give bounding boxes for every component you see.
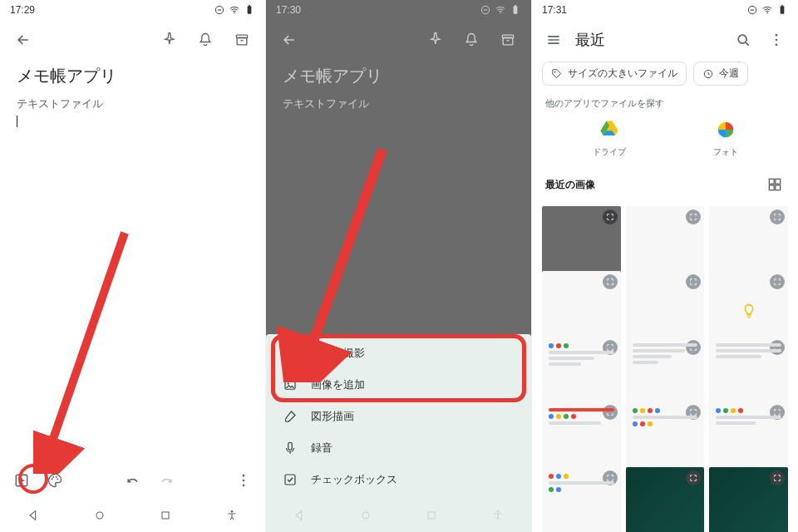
expand-icon [773, 213, 781, 221]
nav-home[interactable] [83, 499, 116, 532]
thumb[interactable] [542, 467, 621, 532]
thumb[interactable] [626, 467, 705, 532]
action-bar [0, 20, 265, 60]
more-button[interactable] [760, 23, 793, 57]
tag-icon [551, 68, 563, 80]
checkbox-icon [283, 472, 298, 487]
redo-button[interactable] [150, 464, 183, 497]
reminder-button[interactable] [455, 23, 488, 57]
back-button[interactable] [7, 23, 40, 57]
expand-button[interactable] [770, 209, 785, 224]
menu-button[interactable] [537, 23, 570, 57]
photos-icon [714, 118, 737, 141]
expand-button[interactable] [686, 274, 701, 289]
picker-title: 最近 [575, 30, 605, 50]
note-body[interactable]: メモ帳アプリ テキストファイル [0, 60, 265, 462]
picker-header: 最近 [532, 20, 798, 60]
chip-large-files[interactable]: サイズの大きいファイル [542, 62, 687, 86]
thumb[interactable] [709, 467, 788, 532]
status-icons [480, 4, 521, 16]
nav-back-icon [27, 509, 40, 522]
app-label: フォト [713, 146, 738, 158]
section-row: 最近の画像 [532, 168, 798, 201]
nav-recent[interactable] [149, 499, 182, 532]
nav-a11y[interactable] [215, 499, 249, 532]
battery-icon [244, 4, 255, 16]
sheet-checkbox[interactable]: チェックボックス [266, 464, 531, 495]
expand-button[interactable] [603, 209, 618, 224]
archive-button[interactable] [225, 23, 259, 57]
a11y-icon [491, 509, 505, 522]
image-grid[interactable] [532, 201, 798, 532]
note-title[interactable]: メモ帳アプリ [17, 65, 249, 87]
expand-icon [689, 278, 697, 286]
sheet-drawing[interactable]: 図形描画 [266, 401, 531, 432]
nav-a11y[interactable] [481, 499, 515, 532]
expand-icon [689, 474, 697, 482]
expand-button[interactable] [686, 209, 701, 224]
expand-icon [606, 213, 614, 221]
sheet-recording[interactable]: 録音 [266, 432, 531, 464]
search-icon [735, 32, 751, 48]
chip-label: サイズの大きいファイル [568, 66, 677, 81]
sheet-label: 録音 [311, 441, 332, 456]
arrow-back-icon [15, 32, 32, 48]
more-icon [768, 32, 785, 48]
note-text[interactable]: テキストファイル [17, 96, 249, 131]
pin-icon [426, 32, 443, 48]
search-button[interactable] [727, 23, 760, 57]
expand-button[interactable] [686, 470, 701, 485]
nav-bar [0, 499, 265, 532]
phone-3: 17:31 最近 サイズの大きいファイル 今週 他のアプリでファイル [532, 0, 798, 532]
redo-icon [158, 472, 175, 489]
nav-back[interactable] [283, 499, 316, 532]
nav-back-icon [293, 509, 306, 522]
mic-icon [283, 441, 298, 456]
pin-button[interactable] [418, 23, 451, 57]
back-button[interactable] [273, 23, 306, 57]
arrow-back-icon [281, 32, 298, 48]
pin-icon [160, 32, 177, 48]
nav-recent-icon [159, 509, 172, 522]
dnd-icon [480, 4, 491, 16]
app-drive[interactable]: ドライブ [593, 118, 626, 158]
status-bar: 17:29 [0, 0, 265, 20]
wifi-icon [495, 4, 506, 16]
archive-button[interactable] [491, 23, 525, 57]
note-text: テキストファイル [283, 96, 515, 113]
section-title: 最近の画像 [545, 178, 595, 192]
note-title: メモ帳アプリ [283, 65, 515, 87]
app-photos[interactable]: フォト [713, 118, 738, 158]
pin-button[interactable] [152, 23, 185, 57]
lightbulb-icon [741, 303, 757, 319]
annotation-circle [18, 464, 48, 494]
more-button[interactable] [227, 464, 260, 497]
filter-chips: サイズの大きいファイル 今週 [532, 60, 798, 92]
chip-label: 今週 [719, 66, 739, 81]
undo-button[interactable] [116, 464, 150, 497]
nav-back[interactable] [17, 499, 50, 532]
bell-icon [463, 32, 480, 48]
status-bar: 17:30 [266, 0, 531, 20]
expand-button[interactable] [603, 274, 618, 289]
grid-icon [766, 176, 783, 193]
wifi-icon [229, 4, 240, 16]
reminder-button[interactable] [189, 23, 222, 57]
text-caret [17, 116, 17, 127]
nav-recent[interactable] [415, 499, 448, 532]
status-icons [746, 4, 788, 16]
chip-this-week[interactable]: 今週 [693, 62, 748, 86]
archive-icon [500, 32, 516, 48]
app-label: ドライブ [593, 146, 626, 158]
clock: 17:29 [10, 4, 35, 16]
grid-toggle-button[interactable] [761, 171, 788, 198]
nav-home[interactable] [349, 499, 382, 532]
brush-icon [283, 409, 298, 424]
expand-button[interactable] [770, 470, 785, 485]
status-bar: 17:31 [532, 0, 798, 20]
dnd-icon [746, 4, 758, 16]
a11y-icon [225, 509, 239, 522]
bell-icon [197, 32, 214, 48]
dnd-icon [214, 4, 225, 16]
nav-home-icon [359, 509, 372, 522]
